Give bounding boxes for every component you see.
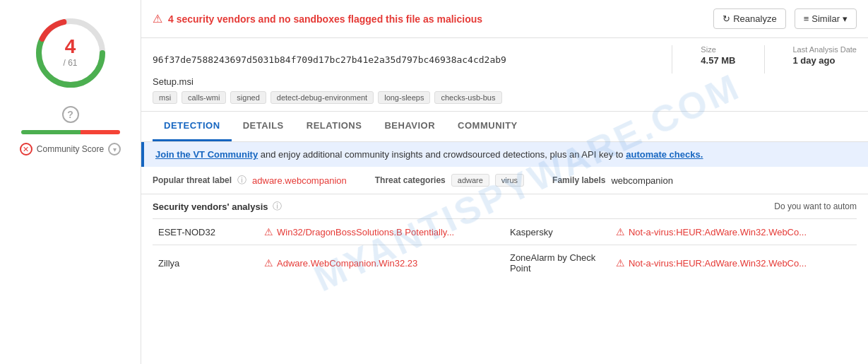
family-labels-value: webcompanion — [611, 175, 672, 186]
vendors-section: Security vendors' analysis ⓘ Do you want… — [141, 194, 868, 281]
tabs-bar: DETECTION DETAILS RELATIONS BEHAVIOR COM… — [141, 112, 868, 142]
last-analysis-value: 1 day ago — [793, 55, 857, 66]
community-banner: Join the VT Community and enjoy addition… — [141, 142, 868, 167]
alert-text: 4 security vendors and no sandboxes flag… — [168, 13, 482, 25]
tab-behavior[interactable]: BEHAVIOR — [373, 112, 446, 141]
popular-threat-group: Popular threat label ⓘ adware.webcompani… — [153, 174, 347, 187]
reanalyze-button[interactable]: ↻ Reanalyze — [713, 8, 785, 29]
tab-detection[interactable]: DETECTION — [153, 112, 232, 141]
question-icon[interactable]: ? — [62, 106, 79, 123]
vendor-detection-zillya: ⚠ Adware.WebCompanion.Win32.23 — [258, 245, 504, 281]
divider — [672, 45, 672, 74]
threat-tag-virus[interactable]: virus — [495, 174, 524, 187]
vendor-detection-zonealarm-inner: ⚠ Not-a-virus:HEUR:AdWare.Win32.WebCo... — [616, 257, 851, 269]
vendors-header: Security vendors' analysis ⓘ Do you want… — [153, 200, 857, 213]
similar-icon: ≡ — [804, 13, 809, 24]
reanalyze-icon: ↻ — [723, 13, 730, 24]
detection-text-eset: Win32/DragonBossSolutions.B Potentially.… — [277, 227, 454, 237]
size-group: Size 4.57 MB — [701, 45, 735, 74]
threat-categories-group: Threat categories adware virus — [375, 174, 524, 187]
community-banner-text1: and enjoy additional community insights … — [261, 149, 626, 160]
threat-categories-label: Threat categories — [375, 175, 446, 185]
community-score-row: ✕ Community Score ▾ — [20, 143, 121, 155]
family-labels-label: Family labels — [552, 175, 605, 185]
threat-row: Popular threat label ⓘ adware.webcompani… — [153, 174, 857, 187]
detection-icon-kaspersky: ⚠ — [616, 226, 625, 237]
detection-icon-zonealarm: ⚠ — [616, 257, 625, 269]
vendor-detection-zillya-inner: ⚠ Adware.WebCompanion.Win32.23 — [264, 257, 499, 269]
detection-text-zonealarm: Not-a-virus:HEUR:AdWare.Win32.WebCo... — [629, 258, 807, 269]
tag-calls-wmi[interactable]: calls-wmi — [182, 91, 226, 104]
header-actions: ↻ Reanalyze ≡ Similar ▾ — [713, 8, 857, 29]
similar-label: Similar — [811, 13, 840, 24]
tag-long-sleeps[interactable]: long-sleeps — [378, 91, 430, 104]
gauge-total: / 61 — [63, 58, 77, 68]
file-meta: Size 4.57 MB Last Analysis Date 1 day ag… — [665, 45, 857, 74]
left-panel: 4 / 61 ? ✕ Community Score ▾ — [0, 0, 141, 281]
file-info: 96f37de7588243697d5031b84f709d17bc27b41e… — [141, 38, 868, 112]
main-content: ⚠ 4 security vendors and no sandboxes fl… — [141, 0, 868, 281]
table-row: Zillya ⚠ Adware.WebCompanion.Win32.23 Zo… — [153, 245, 857, 281]
similar-chevron-icon: ▾ — [843, 13, 848, 24]
automate-checks-link[interactable]: automate checks. — [626, 149, 703, 160]
popular-threat-label: Popular threat label — [153, 175, 232, 185]
vendors-automate-text: Do you want to autom — [774, 201, 857, 211]
detection-icon-zillya: ⚠ — [264, 257, 273, 269]
vendor-table: ESET-NOD32 ⚠ Win32/DragonBossSolutions.B… — [153, 218, 857, 281]
popular-threat-info-icon: ⓘ — [237, 174, 246, 187]
vendor-detection-kaspersky: ⚠ Not-a-virus:HEUR:AdWare.Win32.WebCo... — [610, 219, 857, 245]
vendors-title: Security vendors' analysis — [153, 201, 268, 212]
vendor-name-eset: ESET-NOD32 — [153, 219, 258, 245]
tags-row: msi calls-wmi signed detect-debug-enviro… — [153, 91, 857, 104]
vendor-detection-kaspersky-inner: ⚠ Not-a-virus:HEUR:AdWare.Win32.WebCo... — [616, 226, 851, 237]
tag-msi[interactable]: msi — [153, 91, 177, 104]
tag-signed[interactable]: signed — [230, 91, 266, 104]
filename: Setup.msi — [153, 76, 857, 87]
last-analysis-group: Last Analysis Date 1 day ago — [793, 45, 857, 74]
vendor-name-zillya: Zillya — [153, 245, 258, 281]
vendors-info-icon: ⓘ — [273, 200, 282, 213]
vendors-title-group: Security vendors' analysis ⓘ — [153, 200, 282, 213]
last-analysis-label: Last Analysis Date — [793, 45, 857, 54]
tab-community[interactable]: COMMUNITY — [446, 112, 529, 141]
vendor-detection-eset: ⚠ Win32/DragonBossSolutions.B Potentiall… — [258, 219, 504, 245]
color-bar — [21, 130, 120, 134]
tag-checks-usb[interactable]: checks-usb-bus — [434, 91, 501, 104]
divider2 — [764, 45, 765, 74]
threat-tag-adware[interactable]: adware — [451, 174, 489, 187]
vendor-detection-zonealarm: ⚠ Not-a-virus:HEUR:AdWare.Win32.WebCo... — [610, 245, 857, 281]
table-row: ESET-NOD32 ⚠ Win32/DragonBossSolutions.B… — [153, 219, 857, 245]
gauge-container: 4 / 61 — [32, 14, 109, 92]
size-value: 4.57 MB — [701, 55, 735, 66]
tag-detect-debug[interactable]: detect-debug-environment — [270, 91, 374, 104]
tab-relations[interactable]: RELATIONS — [295, 112, 374, 141]
close-icon[interactable]: ✕ — [20, 143, 32, 155]
family-labels-group: Family labels webcompanion — [552, 175, 673, 186]
hash-row: 96f37de7588243697d5031b84f709d17bc27b41e… — [153, 45, 857, 74]
vendor-name-kaspersky: Kaspersky — [504, 219, 610, 245]
community-score-label: Community Score — [37, 144, 104, 154]
join-vt-community-link[interactable]: Join the VT Community — [155, 149, 258, 160]
header-bar: ⚠ 4 security vendors and no sandboxes fl… — [141, 0, 868, 38]
size-label: Size — [701, 45, 735, 54]
detection-icon-eset: ⚠ — [264, 226, 273, 237]
alert-row: ⚠ 4 security vendors and no sandboxes fl… — [153, 12, 482, 25]
gauge-number: 4 — [65, 35, 76, 58]
similar-button[interactable]: ≡ Similar ▾ — [795, 8, 857, 29]
file-hash: 96f37de7588243697d5031b84f709d17bc27b41e… — [153, 54, 506, 65]
threat-section: Popular threat label ⓘ adware.webcompani… — [141, 167, 868, 194]
detection-text-zillya: Adware.WebCompanion.Win32.23 — [277, 258, 417, 269]
tab-details[interactable]: DETAILS — [232, 112, 295, 141]
chevron-down-icon[interactable]: ▾ — [108, 143, 121, 155]
detection-text-kaspersky: Not-a-virus:HEUR:AdWare.Win32.WebCo... — [629, 227, 807, 237]
alert-icon: ⚠ — [153, 12, 162, 25]
reanalyze-label: Reanalyze — [733, 13, 776, 24]
popular-threat-value: adware.webcompanion — [252, 175, 347, 186]
vendor-name-zonealarm: ZoneAlarm by Check Point — [504, 245, 610, 281]
vendor-detection-eset-inner: ⚠ Win32/DragonBossSolutions.B Potentiall… — [264, 226, 499, 237]
